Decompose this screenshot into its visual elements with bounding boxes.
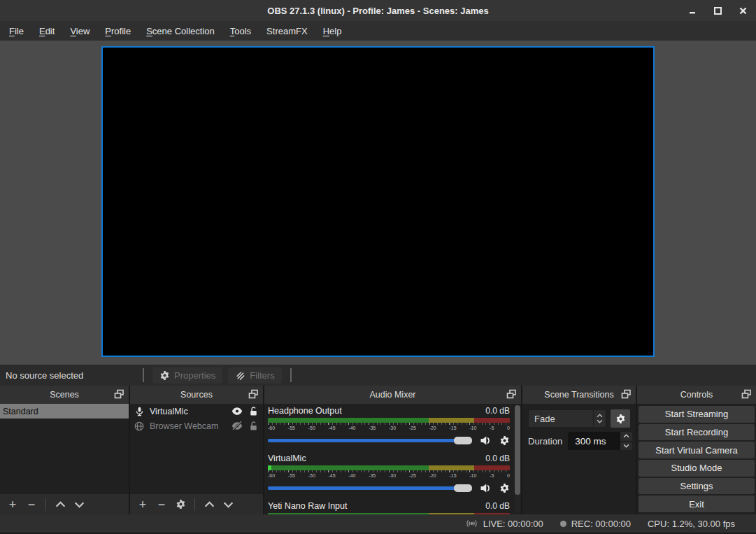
audio-settings-gear-icon[interactable] (499, 435, 510, 446)
menu-item-profile[interactable]: Profile (97, 22, 138, 40)
sources-header[interactable]: Sources (130, 386, 263, 404)
menu-item-tools[interactable]: Tools (222, 22, 259, 40)
move-scene-up-button[interactable] (53, 501, 67, 508)
close-icon[interactable] (738, 6, 748, 15)
meter-scale: -60-55-50-45-40-35-30-25-20-15-10-50 (268, 472, 510, 479)
speaker-icon[interactable] (480, 435, 492, 446)
tick-label: -50 (308, 425, 315, 431)
scene-transitions-body: Fade Duration 300 ms (522, 404, 636, 514)
menu-bar: FileEditViewProfileScene CollectionTools… (0, 21, 756, 41)
tick-label: 0 (507, 472, 510, 479)
menu-item-streamfx[interactable]: StreamFX (259, 22, 315, 40)
start-recording-button[interactable]: Start Recording (639, 424, 755, 441)
speaker-icon[interactable] (480, 483, 492, 493)
scrollbar-thumb[interactable] (515, 405, 520, 495)
lock-open-icon[interactable] (248, 406, 259, 416)
duration-value: 300 ms (568, 436, 620, 447)
toolbar-separator (143, 368, 144, 382)
properties-button[interactable]: Properties (152, 367, 222, 384)
tick-label: -45 (328, 425, 335, 431)
tick-label: 0 (507, 425, 510, 431)
menu-item-file[interactable]: File (1, 22, 31, 40)
volume-slider[interactable] (268, 484, 472, 492)
menu-item-scene-collection[interactable]: Scene Collection (138, 22, 222, 40)
add-scene-button[interactable]: + (6, 498, 20, 511)
tick-label: -60 (268, 425, 275, 431)
tick-label: -5 (490, 472, 494, 479)
rec-timer: REC: 00:00:00 (571, 519, 631, 529)
titlebar[interactable]: OBS 27.1.3 (linux) - Profile: James - Sc… (0, 0, 756, 21)
duration-increase-button[interactable] (620, 432, 632, 441)
source-item[interactable]: Browser Webcam (130, 419, 263, 433)
footer-separator (45, 498, 46, 511)
start-virtual-camera-button[interactable]: Start Virtual Camera (639, 442, 755, 458)
live-status: LIVE: 00:00:00 (465, 518, 543, 529)
scene-transitions-header[interactable]: Scene Transitions (522, 386, 636, 404)
volume-meter (268, 513, 510, 514)
gear-icon (615, 414, 626, 424)
slider-handle[interactable] (454, 437, 472, 444)
audio-mixer-header[interactable]: Audio Mixer (264, 386, 521, 404)
add-source-button[interactable]: + (136, 498, 150, 511)
popout-icon[interactable] (741, 389, 752, 400)
tick-label: -10 (469, 425, 476, 431)
move-scene-down-button[interactable] (72, 501, 86, 508)
tick-label: -35 (369, 472, 376, 479)
preview-canvas[interactable] (101, 46, 655, 357)
lock-open-icon[interactable] (248, 421, 259, 431)
transition-value: Fade (529, 414, 593, 424)
audio-mixer-title: Audio Mixer (370, 390, 416, 400)
menu-item-help[interactable]: Help (315, 22, 350, 40)
source-name: Browser Webcam (150, 421, 227, 431)
tick-label: -45 (328, 472, 335, 479)
slider-handle[interactable] (454, 484, 472, 492)
minimize-icon[interactable] (687, 6, 697, 15)
volume-slider[interactable] (268, 436, 472, 444)
remove-source-button[interactable]: − (155, 498, 169, 511)
live-timer: LIVE: 00:00:00 (483, 519, 543, 529)
audio-settings-gear-icon[interactable] (499, 483, 510, 493)
tick-label: -60 (268, 472, 275, 479)
settings-button[interactable]: Settings (639, 478, 755, 495)
studio-mode-button[interactable]: Studio Mode (639, 460, 755, 477)
tick-label: -25 (409, 425, 416, 431)
sources-panel: Sources VirtualMicBrowser Webcam + − (130, 386, 263, 514)
duration-spinbox[interactable]: 300 ms (568, 432, 632, 450)
scene-item[interactable]: Standard (0, 404, 129, 419)
maximize-icon[interactable] (713, 6, 722, 15)
popout-icon[interactable] (506, 389, 517, 400)
popout-icon[interactable] (621, 389, 632, 400)
popout-icon[interactable] (248, 389, 259, 400)
tick-label: -20 (429, 425, 436, 431)
scenes-header[interactable]: Scenes (0, 386, 129, 404)
sources-list: VirtualMicBrowser Webcam (130, 404, 263, 494)
scenes-title: Scenes (50, 390, 79, 400)
duration-decrease-button[interactable] (620, 442, 632, 451)
source-properties-button[interactable] (173, 499, 187, 510)
move-source-down-button[interactable] (221, 501, 235, 508)
popout-icon[interactable] (114, 389, 124, 400)
eye-icon[interactable] (231, 407, 243, 416)
source-item[interactable]: VirtualMic (130, 404, 263, 419)
start-streaming-button[interactable]: Start Streaming (639, 406, 755, 423)
tick-label: -5 (490, 425, 494, 431)
tick-label: -50 (308, 472, 315, 479)
mixer-channels: Headphone Output0.0 dB-60-55-50-45-40-35… (264, 404, 521, 514)
exit-button[interactable]: Exit (639, 496, 755, 512)
filters-button[interactable]: Filters (228, 367, 281, 384)
move-source-up-button[interactable] (202, 501, 216, 508)
source-toolbar: No source selected Properties Filters (0, 365, 756, 386)
mixer-scrollbar[interactable] (515, 405, 520, 513)
controls-panel: Controls Start StreamingStart RecordingS… (637, 386, 756, 514)
tick-label: -25 (409, 472, 416, 479)
meter-scale: -60-55-50-45-40-35-30-25-20-15-10-50 (268, 425, 510, 431)
remove-scene-button[interactable]: − (24, 498, 38, 511)
combo-spinner[interactable] (593, 410, 606, 427)
eye-slash-icon[interactable] (231, 421, 243, 430)
transition-properties-button[interactable] (611, 409, 630, 428)
tick-label: -10 (469, 472, 476, 479)
menu-item-edit[interactable]: Edit (31, 22, 62, 40)
menu-item-view[interactable]: View (62, 22, 97, 40)
transition-select[interactable]: Fade (528, 409, 606, 428)
controls-header[interactable]: Controls (637, 386, 756, 404)
